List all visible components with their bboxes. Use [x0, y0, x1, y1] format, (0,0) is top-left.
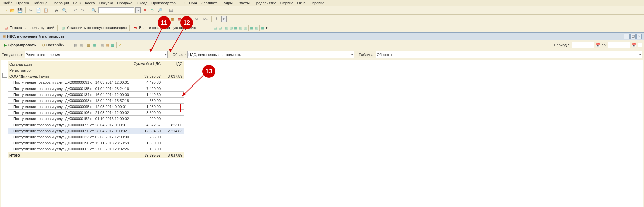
menu-windows[interactable]: Окна — [297, 1, 306, 5]
rt-icon5[interactable]: ▤ — [100, 43, 104, 47]
window-close-button[interactable]: ✕ — [636, 34, 642, 39]
menu-salary[interactable]: Зарплата — [201, 1, 218, 5]
copy-icon[interactable]: 📄 — [35, 7, 41, 13]
menu-help[interactable]: Справка — [310, 1, 324, 5]
tb2-dropdown[interactable]: ▾ — [221, 16, 227, 22]
clear-search-icon[interactable]: ✕ — [142, 7, 148, 13]
menu-hr[interactable]: Кадры — [222, 1, 233, 5]
rt-icon2[interactable]: ▤ — [79, 43, 83, 47]
ab-icon3[interactable]: ▥ — [225, 26, 228, 30]
find-icon[interactable]: 🔎 — [157, 7, 163, 13]
chevron-down-icon: ▾ — [351, 53, 353, 56]
menu-ops[interactable]: Операции — [51, 1, 69, 5]
ab-icon5[interactable]: ▥ — [234, 26, 237, 30]
new-doc-icon[interactable]: ▭ — [2, 7, 8, 13]
header-org[interactable]: Организация — [8, 61, 132, 67]
period-from-input[interactable] — [572, 42, 594, 48]
table-row[interactable]: Поступление товаров и услуг ДЖ000000095 … — [8, 104, 184, 110]
table-row[interactable]: Поступление товаров и услуг ДЖ000000134 … — [8, 92, 184, 98]
tb2-icon2[interactable]: ▦ — [169, 16, 175, 22]
rt-icon6[interactable]: ▤ — [106, 43, 109, 47]
menu-cash[interactable]: Касса — [85, 1, 95, 5]
tree-collapse-button[interactable]: − — [2, 73, 7, 78]
tb2-icon1[interactable]: ▦ — [161, 16, 167, 22]
ab-icon8[interactable]: ▥ — [250, 26, 253, 30]
redo-icon[interactable]: ↷ — [80, 7, 86, 13]
calc-icon[interactable]: ▤ — [168, 7, 174, 13]
menu-sell[interactable]: Продажа — [117, 1, 132, 5]
total-sum-cell: 39 395,57 — [132, 152, 162, 158]
rt-icon3[interactable]: ▥ — [87, 43, 90, 47]
header-reg[interactable]: Регистратор — [8, 67, 132, 73]
m-minus-button[interactable]: М- — [202, 17, 209, 21]
group-row[interactable]: ООО "Джинджер Групп" 39 395,57 3 037,89 — [8, 73, 184, 79]
form-button[interactable]: ▶ Сформировать — [2, 41, 38, 49]
table-row[interactable]: Поступление товаров и услуг ДЖ000000123 … — [8, 134, 184, 140]
menu-company[interactable]: Предприятие — [254, 1, 276, 5]
menu-stock[interactable]: Склад — [137, 1, 147, 5]
ab-icon2[interactable]: ▤ — [218, 26, 222, 30]
menu-table[interactable]: Таблица — [33, 1, 47, 5]
search-dropdown[interactable]: ▾ — [135, 7, 141, 13]
tb2-icon4[interactable]: ℹ — [214, 16, 220, 22]
table-row[interactable]: Поступление товаров и услуг ДЖ000000091 … — [8, 79, 184, 85]
rt-icon4[interactable]: ▦ — [92, 43, 96, 47]
window-maximize-button[interactable]: ❐ — [630, 34, 636, 39]
table-row[interactable]: Поступление товаров и услуг ДЖ000000056 … — [8, 128, 184, 134]
type-combo[interactable]: Регистр накопления ▾ — [25, 51, 168, 58]
ab-icon6[interactable]: ▥ — [239, 26, 242, 30]
table-row[interactable]: Поступление товаров и услуг ДЖ000000190 … — [8, 140, 184, 146]
period-ext-icon[interactable]: … — [638, 43, 642, 47]
menu-edit[interactable]: Правка — [16, 1, 29, 5]
tab-combo[interactable]: Обороты ▾ — [376, 51, 642, 58]
open-icon[interactable]: 📂 — [9, 7, 15, 13]
menu-reports[interactable]: Отчеты — [237, 1, 250, 5]
ab-icon10[interactable]: ▥ — [261, 26, 264, 30]
header-nds[interactable]: НДС — [162, 61, 184, 73]
ab-icon4[interactable]: ▥ — [229, 26, 233, 30]
header-sum[interactable]: Сумма без НДС — [132, 61, 162, 73]
set-org-button[interactable]: ▥ Установить основную организацию — [59, 24, 128, 31]
menu-buy[interactable]: Покупка — [99, 1, 113, 5]
table-row[interactable]: Поступление товаров и услуг ДЖ000000106 … — [8, 110, 184, 116]
settings-button[interactable]: ⚙ Настройки... — [40, 41, 70, 49]
menu-os[interactable]: ОС — [180, 1, 185, 5]
menu-service[interactable]: Сервис — [280, 1, 293, 5]
calendar-to-icon[interactable]: 📅 — [632, 43, 636, 47]
window-minimize-button[interactable]: — — [624, 34, 630, 39]
cut-icon[interactable]: ✂ — [28, 7, 34, 13]
refresh-icon[interactable]: ⟳ — [149, 7, 155, 13]
menu-bank[interactable]: Банк — [73, 1, 81, 5]
ab-dropdown[interactable]: ▾ — [266, 26, 268, 30]
ab-icon1[interactable]: ▤ — [214, 26, 217, 30]
rt-icon7[interactable]: ▥ — [111, 43, 114, 47]
menu-prod[interactable]: Производство — [151, 1, 176, 5]
search-icon[interactable]: 🔍 — [91, 7, 97, 13]
ab-icon9[interactable]: ▥ — [255, 26, 258, 30]
tb2-icon3[interactable]: ▤ — [176, 16, 182, 22]
hoz-op-button[interactable]: Ак Ввести хозяйственную операцию — [131, 24, 197, 31]
table-row[interactable]: Поступление товаров и услуг ДЖ000000062 … — [8, 146, 184, 152]
m-button[interactable]: М — [187, 17, 192, 21]
calendar-from-icon[interactable]: 📅 — [596, 43, 600, 47]
m-plus-button[interactable]: М+ — [194, 17, 201, 21]
help-icon[interactable]: ? — [119, 43, 121, 47]
menu-nma[interactable]: НМА — [189, 1, 197, 5]
paste-icon[interactable]: 📋 — [43, 7, 49, 13]
print-icon[interactable]: 🖨 — [54, 7, 60, 13]
table-row[interactable]: Поступление товаров и услуг ДЖ000000055 … — [8, 122, 184, 128]
gear-icon: ⚙ — [42, 43, 45, 47]
rt-icon1[interactable]: ▤ — [74, 43, 77, 47]
table-row[interactable]: Поступление товаров и услуг ДЖ000000135 … — [8, 85, 184, 92]
save-icon[interactable]: 💾 — [17, 7, 23, 13]
period-to-input[interactable] — [608, 42, 630, 48]
ab-icon7[interactable]: ▥ — [243, 26, 247, 30]
table-row[interactable]: Поступление товаров и услуг ДЖ000000152 … — [8, 116, 184, 122]
search-input[interactable] — [98, 7, 134, 13]
undo-icon[interactable]: ↶ — [72, 7, 78, 13]
menu-file[interactable]: ФФайлайл — [3, 1, 12, 5]
table-row[interactable]: Поступление товаров и услуг ДЖ000000098 … — [8, 98, 184, 104]
show-panel-button[interactable]: ▤ Показать панель функций — [2, 24, 56, 31]
obj-combo[interactable]: НДС, включенный в стоимость ▾ — [187, 51, 354, 58]
preview-icon[interactable]: 🔍 — [61, 7, 67, 13]
